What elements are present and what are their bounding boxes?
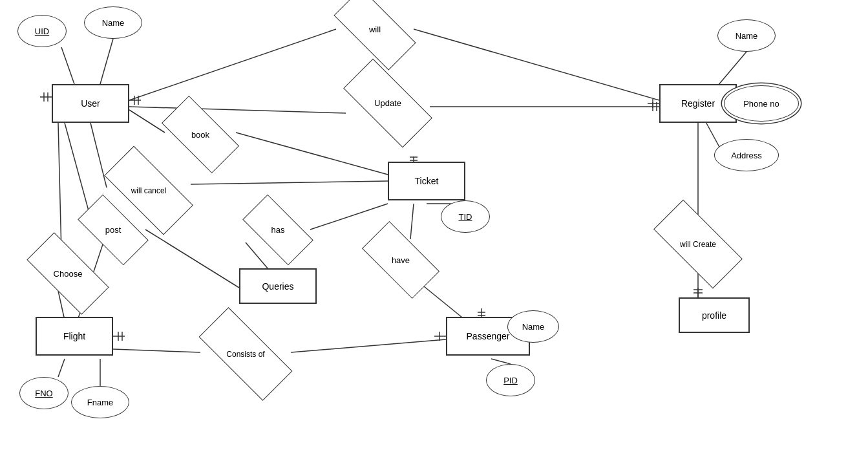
entity-flight: Flight bbox=[36, 317, 113, 356]
svg-line-28 bbox=[491, 359, 511, 364]
entity-ticket: Ticket bbox=[388, 162, 465, 200]
er-diagram: User Register Ticket Flight Passenger Qu… bbox=[0, 0, 868, 450]
diamond-has: has bbox=[246, 212, 310, 248]
svg-line-16 bbox=[145, 230, 239, 288]
entity-user: User bbox=[52, 84, 129, 123]
diamond-will-cancel: will cancel bbox=[107, 169, 191, 211]
attr-user-name: Name bbox=[84, 6, 142, 39]
attr-fno: FNO bbox=[19, 377, 69, 409]
attr-register-name: Name bbox=[717, 19, 776, 52]
svg-line-0 bbox=[61, 47, 74, 84]
svg-line-1 bbox=[100, 39, 113, 84]
diamond-update: Update bbox=[346, 82, 430, 124]
diamond-will-create: will Create bbox=[656, 223, 740, 265]
svg-line-17 bbox=[58, 123, 61, 252]
diamond-post: post bbox=[81, 212, 145, 248]
diamond-choose: Choose bbox=[29, 254, 107, 293]
diamond-book: book bbox=[165, 115, 236, 154]
attr-address: Address bbox=[714, 139, 779, 171]
diamond-have: have bbox=[365, 241, 436, 279]
attr-fname: Fname bbox=[71, 386, 129, 418]
entity-profile: profile bbox=[679, 297, 750, 333]
attr-pid: PID bbox=[486, 364, 535, 396]
attr-uid: UID bbox=[17, 15, 67, 47]
diamond-consists-of: Consists of bbox=[200, 333, 291, 375]
svg-line-4 bbox=[129, 107, 346, 113]
svg-line-2 bbox=[129, 29, 336, 100]
attr-passenger-name: Name bbox=[507, 310, 559, 343]
svg-line-21 bbox=[310, 204, 388, 230]
svg-line-26 bbox=[291, 339, 446, 352]
svg-line-31 bbox=[58, 359, 65, 377]
svg-line-25 bbox=[113, 349, 200, 352]
attr-tid: TID bbox=[441, 200, 490, 233]
svg-line-3 bbox=[414, 29, 659, 100]
svg-line-14 bbox=[191, 181, 388, 184]
svg-line-11 bbox=[129, 110, 165, 133]
diamond-will: will bbox=[336, 10, 414, 48]
svg-line-13 bbox=[90, 123, 107, 188]
attr-phone-no: Phone no bbox=[724, 85, 799, 122]
svg-line-23 bbox=[410, 204, 414, 239]
entity-queries: Queries bbox=[239, 268, 317, 304]
svg-line-12 bbox=[236, 133, 388, 175]
